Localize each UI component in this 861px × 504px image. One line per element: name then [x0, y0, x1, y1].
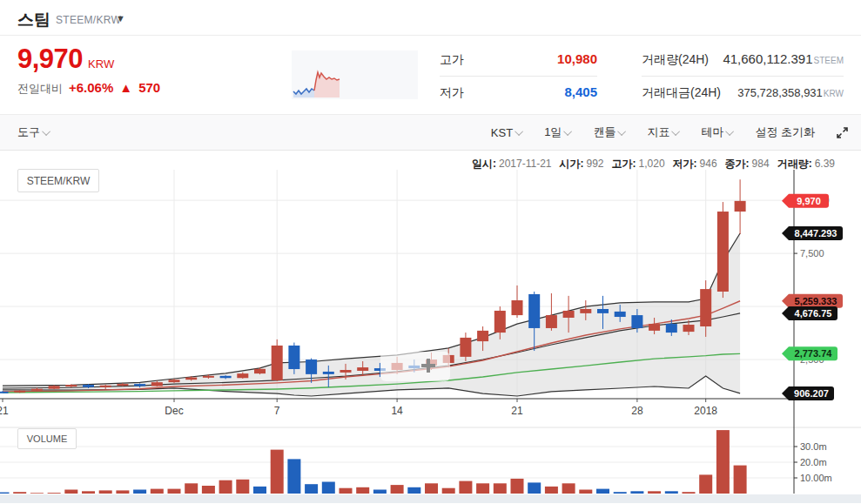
chevron-down-icon — [618, 127, 627, 136]
symbol-legend-box: STEEM/KRW — [17, 169, 99, 192]
high-value: 10,980 — [557, 51, 597, 66]
turnover-label: 거래대금(24H) — [642, 85, 721, 101]
info-close: 종가:984 — [725, 157, 770, 171]
coin-pair-label: STEEM/KRW — [56, 14, 121, 26]
fullscreen-button[interactable] — [836, 126, 849, 139]
timezone-menu[interactable]: KST — [491, 126, 523, 139]
volume24-unit: STEEM — [814, 56, 844, 65]
low-value: 8,405 — [564, 84, 597, 99]
stat-turnover-row: 거래대금(24H) 375,728,358,931KRW — [642, 77, 844, 109]
svg-text:4,676.75: 4,676.75 — [795, 308, 832, 319]
svg-text:30.0m: 30.0m — [800, 441, 827, 452]
svg-text:21: 21 — [511, 405, 523, 417]
chart-toolbar: 도구 KST 1일 캔들 지표 테마 설정 초기화 — [0, 114, 861, 151]
svg-text:20.0m: 20.0m — [800, 457, 827, 467]
sparkline-svg — [292, 50, 418, 99]
svg-text:906.207: 906.207 — [794, 388, 829, 399]
svg-text:10.00m: 10.00m — [800, 473, 832, 483]
stats-volume: 거래량(24H) 41,660,112.391STEEM 거래대금(24H) 3… — [642, 44, 844, 109]
chevron-down-icon — [564, 127, 573, 136]
mini-sparkline — [292, 50, 418, 99]
chevron-down-icon — [42, 127, 50, 136]
turnover-value: 375,728,358,931 — [737, 86, 823, 99]
info-low: 저가:946 — [673, 157, 717, 171]
svg-text:2018: 2018 — [694, 405, 717, 417]
price-currency: KRW — [88, 57, 114, 71]
info-high: 고가:1,020 — [612, 157, 665, 171]
chevron-down-icon — [515, 127, 523, 136]
svg-text:Dec: Dec — [165, 405, 183, 417]
price-change: 전일대비 +6.06% ▲ 570 — [17, 80, 160, 97]
change-amount: 570 — [138, 80, 160, 95]
svg-text:14: 14 — [391, 405, 403, 417]
chevron-down-icon — [672, 127, 681, 136]
toolbar-right: KST 1일 캔들 지표 테마 설정 초기화 — [491, 124, 849, 140]
tools-menu[interactable]: 도구 — [17, 124, 50, 140]
info-volume: 거래량:6.39 — [777, 157, 835, 171]
svg-text:2,773.74: 2,773.74 — [795, 348, 833, 359]
price-value: 9,970 — [17, 44, 83, 75]
reset-settings-button[interactable]: 설정 초기화 — [755, 124, 815, 140]
up-arrow-icon: ▲ — [119, 80, 132, 95]
interval-menu[interactable]: 1일 — [544, 124, 572, 140]
info-date: 일시:2017-11-21 — [472, 157, 552, 171]
svg-text:28: 28 — [631, 405, 643, 417]
theme-menu[interactable]: 테마 — [701, 124, 734, 140]
stats-high-low: 고가 10,980 저가 8,405 — [440, 44, 597, 109]
change-percent: +6.06% — [69, 80, 113, 95]
chevron-down-icon — [726, 127, 735, 136]
current-price: 9,970 KRW — [17, 44, 114, 75]
tools-label: 도구 — [17, 124, 40, 140]
coin-name: 스팀 — [17, 9, 50, 31]
svg-text:21: 21 — [0, 405, 9, 417]
change-label: 전일대비 — [17, 81, 63, 97]
coin-dropdown-icon[interactable]: ▼ — [116, 13, 125, 24]
chart-scrollbar[interactable] — [0, 494, 861, 503]
stat-low-row: 저가 8,405 — [440, 77, 597, 109]
stat-high-row: 고가 10,980 — [440, 44, 597, 76]
turnover-unit: KRW — [824, 89, 844, 98]
svg-text:5,259.333: 5,259.333 — [795, 296, 837, 306]
candle-type-menu[interactable]: 캔들 — [593, 124, 626, 140]
svg-text:7: 7 — [274, 405, 280, 417]
ohlc-info-bar: 일시:2017-11-21 시가:992 고가:1,020 저가:946 종가:… — [472, 157, 835, 171]
low-label: 저가 — [440, 85, 464, 101]
expand-icon — [836, 126, 849, 139]
volume-legend-box: VOLUME — [17, 428, 77, 449]
indicator-menu[interactable]: 지표 — [647, 124, 680, 140]
title-bar — [0, 0, 861, 36]
svg-text:9,970: 9,970 — [797, 196, 821, 206]
volume24-value: 41,660,112.391 — [723, 51, 812, 66]
svg-text:8,447.293: 8,447.293 — [795, 228, 837, 239]
stat-volume-row: 거래량(24H) 41,660,112.391STEEM — [642, 44, 844, 76]
info-open: 시가:992 — [560, 157, 604, 171]
volume24-label: 거래량(24H) — [642, 52, 709, 68]
svg-text:7,500: 7,500 — [800, 248, 824, 259]
trading-page: 21Dec7142128201830.0m20.0m10.00m10,0007,… — [0, 0, 861, 504]
high-label: 고가 — [440, 52, 464, 68]
